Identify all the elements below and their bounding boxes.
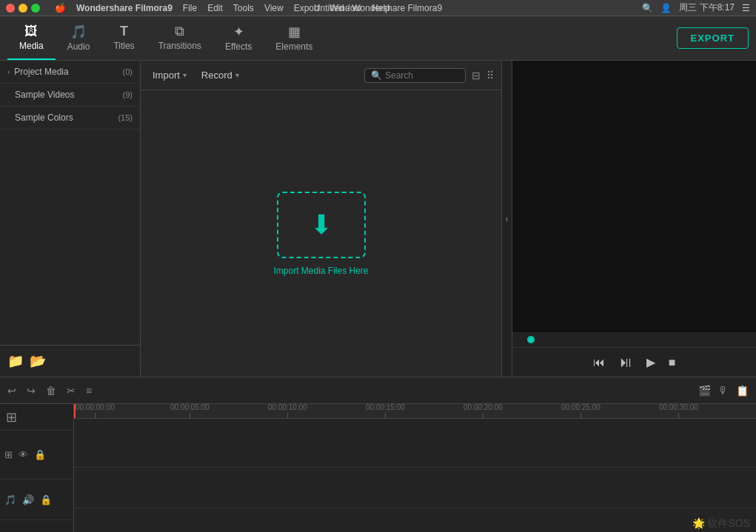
effects-tab-icon: ✦	[233, 24, 244, 40]
menu-view[interactable]: View	[264, 3, 284, 13]
tab-audio[interactable]: 🎵 Audio	[56, 16, 102, 60]
grid-icon[interactable]: ⠿	[486, 70, 494, 81]
sidebar-item-sample-colors[interactable]: Sample Colors (15)	[0, 107, 140, 129]
media-toolbar: Import ▾ Record ▾ 🔍 ⊟ ⠿	[141, 61, 501, 90]
step-back-button[interactable]: ⏮	[593, 356, 605, 369]
window-title: Untitled - Wondershare Filmora9	[314, 3, 442, 13]
visibility-icon[interactable]: 👁	[19, 449, 28, 460]
delete-button[interactable]: 🗑	[46, 385, 56, 397]
sidebar-label-project-media: Project Media	[14, 67, 68, 77]
tab-elements[interactable]: ▦ Elements	[264, 16, 324, 60]
time-display: 周三 下午8:17	[679, 1, 735, 14]
preview-scrubber[interactable]	[512, 332, 756, 347]
ruler-6: 00:00:30:00	[659, 404, 698, 419]
settings-button[interactable]: ≡	[86, 385, 92, 397]
new-folder-icon[interactable]: 📁	[7, 353, 24, 369]
tab-transitions[interactable]: ⧉ Transitions	[147, 16, 213, 60]
timeline-ruler: 00:00:00:00 00:00:05:00 00:00:10:00 00:0…	[74, 404, 756, 419]
effects-tab-label: Effects	[225, 41, 252, 52]
ruler-1: 00:00:05:00	[170, 404, 210, 419]
download-icon: ⬇	[310, 212, 332, 238]
undo-button[interactable]: ↩	[7, 385, 16, 397]
menu-file[interactable]: File	[183, 3, 197, 13]
export-button[interactable]: EXPORT	[677, 27, 749, 49]
audio-track-controls: 🎵 🔊 🔒	[0, 479, 73, 520]
sidebar-item-sample-videos[interactable]: Sample Videos (9)	[0, 84, 140, 107]
import-media-box[interactable]: ⬇	[277, 192, 366, 258]
import-button[interactable]: Import ▾	[148, 68, 191, 82]
ruler-0: 00:00:00:00	[76, 404, 115, 419]
import-label: Import	[153, 70, 180, 81]
apple-menu[interactable]: 🍎	[55, 3, 66, 13]
import-chevron-icon: ▾	[183, 71, 187, 79]
titles-tab-icon: T	[120, 24, 128, 39]
play-pause-button[interactable]: ⏯	[618, 354, 633, 371]
media-tab-icon: 🖼	[24, 24, 38, 39]
filter-icon[interactable]: ⊟	[472, 70, 481, 81]
sidebar-bottom: 📁 📂	[0, 345, 140, 377]
search-icon: 🔍	[371, 70, 382, 81]
preview-video	[512, 61, 756, 332]
timeline-content: ⊞ ⊞ 👁 🔒 🎵 🔊 🔒 00:00:00:00 00	[0, 404, 756, 532]
tab-effects[interactable]: ✦ Effects	[213, 16, 264, 60]
ruler-label-5: 00:00:25:00	[561, 404, 601, 411]
fullscreen-button[interactable]	[31, 4, 40, 13]
lock-audio-icon[interactable]: 🔒	[40, 494, 52, 505]
sidebar-item-project-media[interactable]: › Project Media (0)	[0, 61, 140, 84]
clipboard-button[interactable]: 📋	[736, 385, 749, 397]
video-track	[74, 419, 756, 468]
timeline-left: ⊞ ⊞ 👁 🔒 🎵 🔊 🔒	[0, 404, 74, 532]
collapse-arrow[interactable]: ‹	[501, 61, 512, 377]
search-input[interactable]	[385, 70, 459, 81]
video-track-controls: ⊞ 👁 🔒	[0, 431, 73, 479]
lock-icon[interactable]: 🔒	[34, 449, 46, 460]
record-button[interactable]: Record ▾	[197, 68, 244, 82]
minimize-button[interactable]	[19, 4, 27, 13]
timeline-area: ↩ ↪ 🗑 ✂ ≡ 🎬 🎙 📋 ⊞ ⊞ 👁 🔒 🎵 🔊 🔒	[0, 377, 756, 532]
tab-titles[interactable]: T Titles	[101, 16, 146, 60]
transitions-tab-icon: ⧉	[175, 24, 184, 39]
ruler-label-6: 00:00:30:00	[659, 404, 698, 411]
search-icon[interactable]: 🔍	[642, 3, 653, 13]
import-media-label: Import Media Files Here	[273, 266, 368, 276]
grid-view-icon[interactable]: ⊞	[4, 449, 13, 460]
voiceover-button[interactable]: 🎙	[718, 385, 729, 397]
play-button[interactable]: ▶	[646, 355, 655, 369]
sample-videos-count: (9)	[123, 90, 133, 99]
main-area: › Project Media (0) Sample Videos (9) Sa…	[0, 61, 756, 377]
snapshot-button[interactable]: 🎬	[698, 385, 711, 397]
cut-button[interactable]: ✂	[67, 385, 76, 397]
user-icon: 👤	[660, 3, 672, 13]
close-button[interactable]	[6, 4, 15, 13]
title-bar-right: 🔍 👤 周三 下午8:17 ☰	[642, 1, 750, 14]
left-sidebar: › Project Media (0) Sample Videos (9) Sa…	[0, 61, 141, 377]
timeline-tracks: 🌟 软件SOS	[74, 419, 756, 532]
redo-button[interactable]: ↪	[27, 385, 36, 397]
menu-edit[interactable]: Edit	[207, 3, 223, 13]
add-track-icon: ⊞	[6, 409, 17, 425]
sidebar-item-left: › Project Media	[7, 67, 69, 77]
tab-media[interactable]: 🖼 Media	[7, 16, 56, 60]
ruler-2: 00:00:10:00	[268, 404, 307, 419]
search-box[interactable]: 🔍	[364, 68, 466, 83]
menu-icon[interactable]: ☰	[742, 3, 750, 13]
timeline-add-track[interactable]: ⊞	[0, 404, 73, 431]
timeline-toolbar: ↩ ↪ 🗑 ✂ ≡ 🎬 🎙 📋	[0, 377, 756, 404]
sidebar-label-sample-videos: Sample Videos	[15, 90, 75, 100]
import-folder-icon[interactable]: 📂	[30, 353, 46, 369]
watermark: 🌟 软件SOS	[692, 517, 750, 531]
stop-button[interactable]: ■	[669, 356, 676, 369]
toolbar-tabs: 🖼 Media 🎵 Audio T Titles ⧉ Transitions ✦…	[7, 16, 324, 60]
music-icon[interactable]: 🎵	[4, 494, 16, 505]
ruler-label-2: 00:00:10:00	[268, 404, 307, 411]
volume-icon[interactable]: 🔊	[22, 494, 34, 505]
ruler-5: 00:00:25:00	[561, 404, 601, 419]
title-bar: 🍎 Wondershare Filmora9 File Edit Tools V…	[0, 0, 756, 16]
audio-track	[74, 468, 756, 508]
menu-tools[interactable]: Tools	[233, 3, 254, 13]
elements-tab-label: Elements	[275, 41, 312, 52]
ruler-label-4: 00:00:20:00	[464, 404, 503, 411]
toolbar: 🖼 Media 🎵 Audio T Titles ⧉ Transitions ✦…	[0, 16, 756, 61]
ruler-4: 00:00:20:00	[464, 404, 503, 419]
sidebar-label-sample-colors: Sample Colors	[15, 112, 73, 123]
